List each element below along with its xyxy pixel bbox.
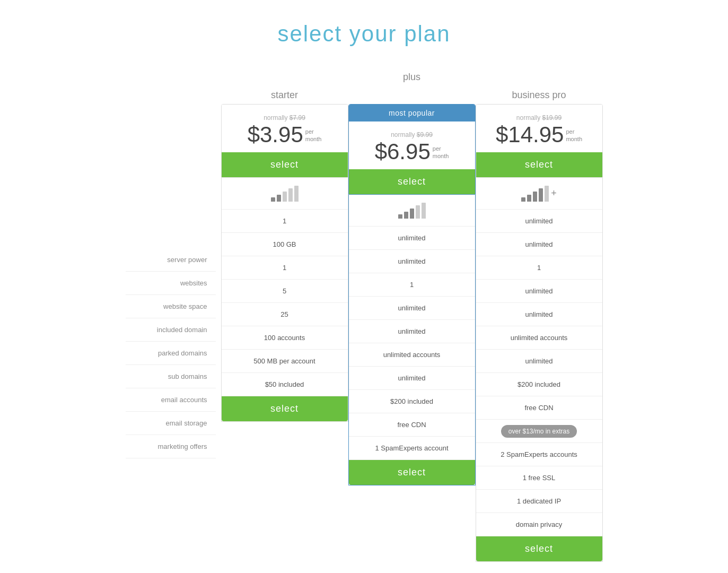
- plus-parked-domains: unlimited: [349, 297, 475, 320]
- plus-select-top[interactable]: select: [349, 169, 475, 194]
- bpro-select-top[interactable]: select: [476, 152, 602, 177]
- bpro-websites: unlimited: [476, 210, 602, 233]
- starter-name-above: [221, 68, 348, 86]
- bpro-marketing-offers: $200 included: [476, 373, 602, 396]
- plus-price: $6.95: [375, 141, 431, 163]
- starter-server-power: [222, 178, 348, 210]
- plus-websites: unlimited: [349, 227, 475, 250]
- bpro-name: business pro: [476, 86, 603, 104]
- starter-name: starter: [221, 86, 348, 104]
- label-server-power: server power: [126, 248, 216, 272]
- bpro-sub-domains: unlimited: [476, 303, 602, 326]
- plan-business-pro: business pro normally $19.99 $14.95 per …: [476, 68, 603, 562]
- plus-spamexperts: 1 SpamExperts account: [349, 437, 475, 460]
- starter-marketing-offers: $50 included: [222, 373, 348, 396]
- bpro-free-ssl: 1 free SSL: [476, 466, 602, 490]
- starter-included-domain: 1: [222, 256, 348, 280]
- plus-email-storage: unlimited: [349, 367, 475, 390]
- label-included-domain: included domain: [126, 318, 216, 342]
- bpro-features: + unlimited unlimited 1 unlimited unlimi…: [476, 178, 603, 562]
- bpro-included-domain: 1: [476, 256, 602, 280]
- plan-starter: starter normally $7.99 $3.95 per month s…: [221, 68, 348, 422]
- plus-bars: [398, 203, 426, 219]
- bpro-extras-badge: over $13/mo in extras: [476, 420, 602, 443]
- label-email-storage: email storage: [126, 412, 216, 435]
- plus-features: unlimited unlimited 1 unlimited unlimite…: [348, 195, 476, 485]
- bpro-website-space: unlimited: [476, 233, 602, 256]
- bpro-plus-sign: +: [551, 188, 557, 199]
- bpro-email-storage: unlimited: [476, 350, 602, 373]
- label-sub-domains: sub domains: [126, 365, 216, 388]
- label-marketing-offers: marketing offers: [126, 435, 216, 458]
- starter-price: $3.95: [248, 124, 303, 146]
- bpro-free-cdn: free CDN: [476, 396, 602, 420]
- starter-features: 1 100 GB 1 5 25 100 accounts 500 MB per …: [221, 178, 348, 422]
- plus-price-area: normally $9.99 $6.95 per month: [349, 121, 475, 168]
- starter-bars: [271, 186, 299, 202]
- plans-wrapper: server power websites website space incl…: [86, 68, 643, 562]
- bpro-bars: [521, 186, 549, 202]
- plus-name-above: plus: [348, 68, 476, 86]
- most-popular-badge: most popular: [349, 105, 475, 121]
- plus-free-cdn: free CDN: [349, 413, 475, 437]
- starter-email-accounts: 100 accounts: [222, 326, 348, 350]
- plus-included-domain: 1: [349, 273, 475, 297]
- page-title: select your plan: [277, 21, 450, 47]
- plus-marketing-offers: $200 included: [349, 390, 475, 413]
- starter-select-top[interactable]: select: [222, 152, 348, 177]
- bpro-price-area: normally $19.99 $14.95 per month: [476, 105, 602, 151]
- plus-email-accounts: unlimited accounts: [349, 343, 475, 367]
- starter-select-bottom[interactable]: select: [222, 396, 348, 421]
- starter-sub-domains: 25: [222, 303, 348, 326]
- plus-header: most popular normally $9.99 $6.95 per mo…: [348, 104, 476, 195]
- bpro-domain-privacy: domain privacy: [476, 513, 602, 536]
- starter-parked-domains: 5: [222, 280, 348, 303]
- starter-price-area: normally $7.99 $3.95 per month: [222, 105, 348, 151]
- label-websites: websites: [126, 272, 216, 295]
- bpro-email-accounts: unlimited accounts: [476, 326, 602, 350]
- plan-plus: plus most popular normally $9.99 $6.95 p…: [348, 68, 476, 485]
- label-website-space: website space: [126, 295, 216, 318]
- label-parked-domains: parked domains: [126, 342, 216, 365]
- labels-column: server power websites website space incl…: [126, 68, 216, 458]
- plus-select-bottom[interactable]: select: [349, 460, 475, 485]
- bpro-name-above: [476, 68, 603, 86]
- starter-website-space: 100 GB: [222, 233, 348, 256]
- bpro-spamexperts: 2 SpamExperts accounts: [476, 443, 602, 466]
- starter-email-storage: 500 MB per account: [222, 350, 348, 373]
- plus-website-space: unlimited: [349, 250, 475, 273]
- bpro-price: $14.95: [496, 124, 564, 146]
- plus-sub-domains: unlimited: [349, 320, 475, 343]
- extras-badge: over $13/mo in extras: [501, 425, 577, 438]
- starter-websites: 1: [222, 210, 348, 233]
- bpro-header: normally $19.99 $14.95 per month select: [476, 104, 603, 178]
- bpro-dedicated-ip: 1 dedicated IP: [476, 490, 602, 513]
- bpro-select-bottom[interactable]: select: [476, 536, 602, 561]
- bpro-server-power: +: [476, 178, 602, 210]
- label-email-accounts: email accounts: [126, 388, 216, 412]
- plus-name: [348, 86, 476, 104]
- bpro-parked-domains: unlimited: [476, 280, 602, 303]
- plus-server-power: [349, 195, 475, 227]
- starter-header: normally $7.99 $3.95 per month select: [221, 104, 348, 178]
